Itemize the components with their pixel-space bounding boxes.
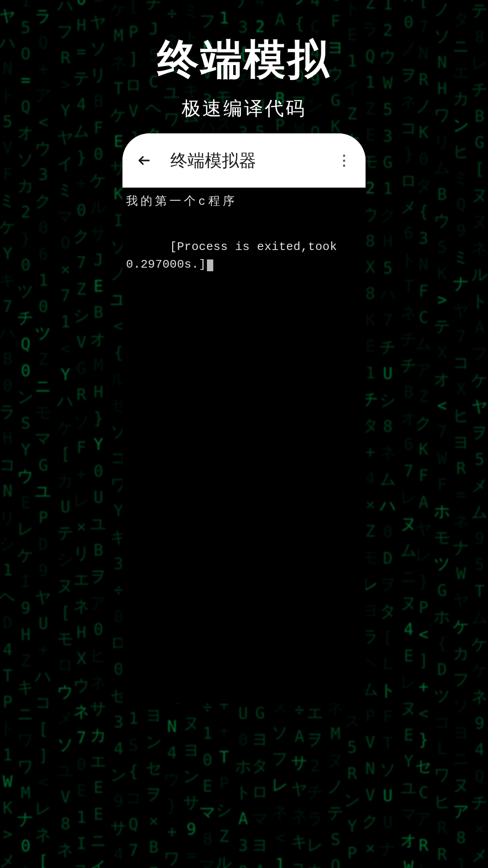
back-icon[interactable] (136, 152, 152, 169)
cursor-icon (207, 259, 213, 271)
terminal-line-2: [Process is exited,took 0.297000s.] (126, 221, 362, 291)
app-bar: 终端模拟器 (122, 133, 366, 188)
phone-mockup: 终端模拟器 我的第一个c程序 [Process is exited,took 0… (122, 133, 366, 703)
terminal-line-1: 我的第一个c程序 (126, 193, 362, 211)
page-title: 终端模拟 (0, 32, 488, 88)
more-vertical-icon[interactable] (336, 152, 352, 169)
terminal-output[interactable]: 我的第一个c程序 [Process is exited,took 0.29700… (122, 188, 366, 703)
app-bar-title: 终端模拟器 (170, 149, 256, 172)
page-subtitle: 极速编译代码 (0, 96, 488, 121)
